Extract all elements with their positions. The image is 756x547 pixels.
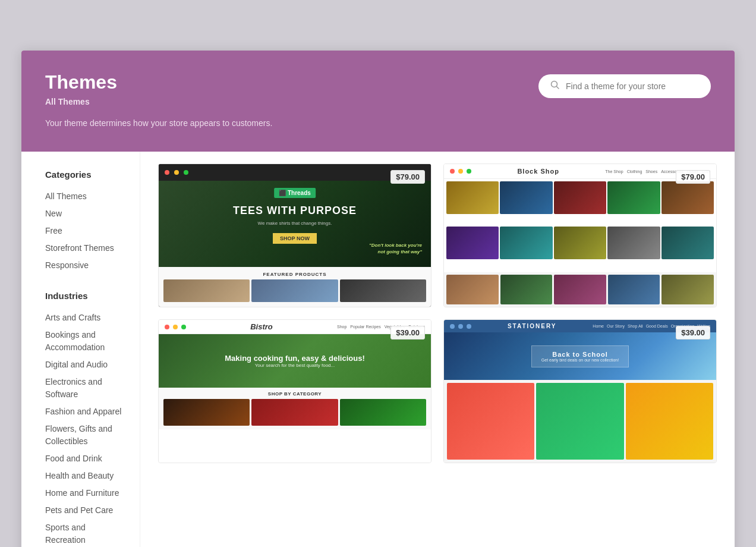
blockshop-title: Block Shop: [517, 168, 559, 175]
blockshop-item-7: [500, 227, 552, 259]
threads-logo: ⬛ Threads: [274, 188, 316, 198]
stationery-hero-content: Back to School Get early bird deals on o…: [531, 345, 629, 367]
stationery-nav-link-3: Shop All: [628, 324, 643, 328]
price-badge-blockshop: $79.00: [676, 170, 710, 184]
theme-preview-blockshop: Block Shop The Shop Clothing Shoes Acces…: [444, 164, 716, 307]
threads-product-2: [251, 279, 338, 302]
industries-title: Industries: [45, 291, 128, 301]
themes-grid: $79.00 ⬛ Threads TEES WITH PU: [140, 152, 735, 547]
sidebar-item-free[interactable]: Free: [45, 222, 128, 240]
blockshop-nav-link-1: The Shop: [605, 169, 623, 174]
theme-preview-threads: ⬛ Threads TEES WITH PURPOSE We make shir…: [159, 164, 431, 307]
nav-dot-yellow: [174, 170, 179, 175]
stationery-nav-left: [450, 324, 471, 329]
sidebar: Categories All Themes New Free Storefron…: [21, 152, 140, 547]
sidebar-item-digital-audio[interactable]: Digital and Audio: [45, 356, 128, 373]
blockshop-dot-red: [450, 169, 455, 174]
outer-wrapper: Themes All Themes Your theme determines …: [21, 0, 735, 547]
blockshop-item-13: [554, 275, 606, 304]
blockshop-item-10: [662, 227, 714, 259]
price-badge-bistro: $39.00: [390, 326, 425, 339]
sidebar-item-all-themes[interactable]: All Themes: [45, 188, 128, 205]
blockshop-item-8: [554, 227, 606, 259]
header-subtitle: All Themes: [45, 97, 711, 106]
stationery-nav-link-4: Good Deals: [646, 324, 668, 328]
blockshop-item-5: [662, 181, 714, 214]
bistro-nav-link-2: Popular Recipes: [350, 325, 380, 329]
stationery-dot-2: [458, 324, 463, 329]
blockshop-item-14: [608, 275, 660, 304]
blockshop-nav-left: [450, 169, 471, 174]
content-area: Categories All Themes New Free Storefron…: [21, 152, 735, 547]
stationery-product-1: [447, 383, 534, 460]
threads-products: [163, 279, 426, 302]
price-badge-stationery: $39.00: [676, 326, 710, 339]
theme-card-threads[interactable]: $79.00 ⬛ Threads TEES WITH PU: [158, 164, 431, 307]
industries-section: Industries Arts and Crafts Bookings and …: [45, 291, 128, 547]
categories-title: Categories: [45, 169, 128, 180]
sidebar-item-food-drink[interactable]: Food and Drink: [45, 450, 128, 467]
sidebar-item-arts-crafts[interactable]: Arts and Crafts: [45, 309, 128, 326]
search-icon: [550, 80, 560, 92]
bistro-categories: Shop by Category: [159, 388, 431, 429]
blockshop-item-12: [500, 275, 553, 304]
bistro-headline: Making cooking fun, easy & delicious!: [225, 354, 365, 363]
sidebar-item-sports[interactable]: Sports and Recreation: [45, 519, 128, 547]
bistro-dot-red: [165, 325, 169, 329]
stationery-nav-link-2: Our Story: [607, 324, 625, 328]
search-input[interactable]: [566, 81, 699, 91]
blockshop-item-4: [607, 181, 660, 214]
header-description: Your theme determines how your store app…: [45, 118, 711, 128]
price-badge-threads: $79.00: [390, 170, 425, 184]
bistro-hero-text: Making cooking fun, easy & delicious! Yo…: [225, 354, 365, 368]
threads-product-1: [163, 279, 250, 302]
theme-card-blockshop[interactable]: $79.00 Block Shop T: [443, 164, 717, 307]
bistro-dot-green: [181, 325, 186, 329]
stationery-headline: Back to School: [541, 351, 619, 358]
blockshop-item-15: [662, 275, 714, 304]
sidebar-item-health-beauty[interactable]: Health and Beauty: [45, 467, 128, 485]
stationery-dot-3: [467, 324, 471, 329]
theme-preview-bistro: Bistro Shop Popular Recipes Vegetables B…: [159, 320, 431, 463]
svg-line-1: [557, 87, 559, 89]
stationery-product-2: [536, 383, 623, 460]
stationery-product-3: [626, 383, 713, 460]
stationery-hero: Back to School Get early bird deals on o…: [444, 332, 716, 380]
threads-featured-title: FEATURED PRODUCTS: [263, 272, 326, 277]
stationery-dot-1: [450, 324, 455, 329]
sidebar-item-pets[interactable]: Pets and Pet Care: [45, 502, 128, 519]
sidebar-item-new[interactable]: New: [45, 205, 128, 222]
sidebar-item-responsive[interactable]: Responsive: [45, 257, 128, 274]
sidebar-item-fashion[interactable]: Fashion and Apparel: [45, 403, 128, 420]
threads-featured: FEATURED PRODUCTS: [159, 267, 431, 307]
bistro-title: Bistro: [250, 322, 273, 331]
sidebar-item-storefront[interactable]: Storefront Themes: [45, 240, 128, 257]
blockshop-item-11: [446, 275, 499, 304]
blockshop-item-9: [607, 227, 660, 259]
blockshop-dot-green: [467, 169, 471, 174]
theme-preview-stationery: Stationery Home Our Story Shop All Good …: [444, 320, 716, 463]
sidebar-item-electronics[interactable]: Electronics and Software: [45, 373, 128, 403]
threads-sub: We make shirts that change things.: [233, 221, 357, 226]
threads-headline: TEES WITH PURPOSE We make shirts that ch…: [233, 205, 357, 244]
blockshop-dot-yellow: [458, 169, 463, 174]
sidebar-item-home-furniture[interactable]: Home and Furniture: [45, 485, 128, 502]
bistro-cat-2: [251, 399, 338, 426]
blockshop-item-6: [446, 227, 499, 259]
stationery-subheadline: Get early bird deals on our new collecti…: [541, 358, 619, 362]
bistro-cat-grid: [163, 399, 426, 426]
bistro-cat-1: [163, 399, 250, 426]
sidebar-item-flowers[interactable]: Flowers, Gifts and Collectibles: [45, 420, 128, 450]
blockshop-item-1: [446, 181, 499, 214]
threads-headline-text: TEES WITH PURPOSE: [233, 205, 357, 217]
theme-card-stationery[interactable]: $39.00 Stationery H: [443, 319, 717, 463]
bistro-dot-yellow: [173, 325, 178, 329]
theme-card-bistro[interactable]: $39.00 Bistro Shop: [158, 319, 431, 463]
threads-quote: "Don't look back you're not going that w…: [363, 243, 422, 255]
blockshop-nav-link-2: Clothing: [627, 169, 642, 174]
bistro-nav-link-1: Shop: [337, 325, 346, 329]
sidebar-item-bookings[interactable]: Bookings and Accommodation: [45, 326, 128, 356]
blockshop-item-3: [554, 181, 606, 214]
bistro-cat-title: Shop by Category: [163, 391, 426, 397]
nav-dot-green: [184, 170, 188, 175]
